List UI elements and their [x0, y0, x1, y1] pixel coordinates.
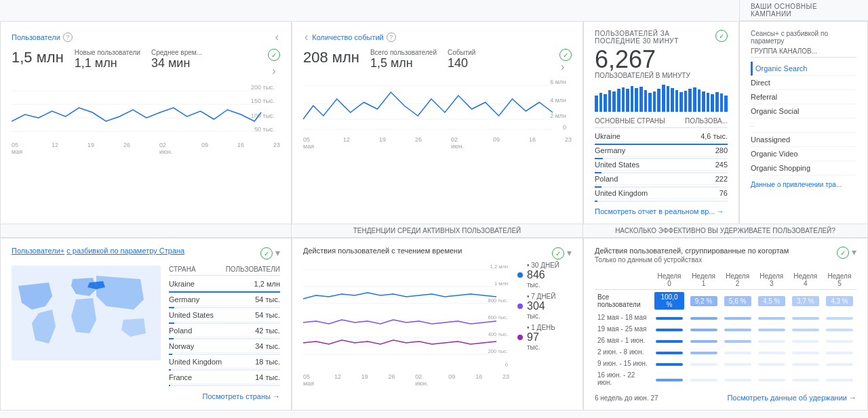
- total-users-item: Всего пользователей 1,5 млн: [370, 49, 437, 71]
- svg-text:1,2 млн: 1,2 млн: [490, 264, 509, 270]
- channel-organic-social[interactable]: Organic Social: [751, 104, 856, 119]
- cohort-row3-label: 26 мая - 1 июн.: [595, 335, 652, 346]
- svg-text:600 тыс.: 600 тыс.: [488, 314, 508, 320]
- legend-7-days: • 7 ДНЕЙ 304 тыс.: [517, 293, 572, 320]
- svg-text:800 тыс.: 800 тыс.: [488, 297, 508, 304]
- map-title-suffix: с разбивкой по параметру: [66, 247, 159, 255]
- view-retention-link[interactable]: Посмотреть данные об удержании →: [727, 394, 856, 402]
- country-value: 245: [715, 161, 728, 169]
- map-title-prefix: Пользователи+: [12, 247, 64, 255]
- cohort-row-1: 12 мая - 18 мая: [595, 312, 856, 323]
- active-check-icon: ✓: [715, 30, 728, 42]
- country-name: Poland: [595, 175, 618, 183]
- events-chart-dates: 05мая12192602июн.091623: [303, 136, 572, 150]
- cohort-row-6: 16 июн. - 22 июн.: [595, 369, 856, 388]
- realtime-report-link[interactable]: Посмотреть отчет в реальном вр... →: [595, 207, 728, 215]
- trends-check-icon: ✓: [552, 247, 564, 259]
- trends-card: Действия пользователей с течением времен…: [292, 238, 583, 411]
- events-per-label: Событий: [448, 49, 475, 56]
- trends-legend: • 30 ДНЕЙ 846 тыс. • 7 ДНЕЙ 304 тыс.: [517, 262, 572, 387]
- active-label: ПОЛЬЗОВАТЕЛЕЙ В МИНУТУ: [595, 72, 728, 79]
- svg-text:400 тыс.: 400 тыс.: [488, 331, 508, 337]
- cohort-all-w1: 9,2 %: [687, 290, 721, 312]
- cohort-header-week5: Неделя 5: [823, 270, 856, 290]
- channel-referral[interactable]: Referral: [751, 90, 856, 104]
- map-country-header: СТРАНА: [169, 266, 196, 273]
- users-title[interactable]: Пользователи: [12, 33, 60, 41]
- cohort-row-3: 26 мая - 1 июн.: [595, 335, 856, 346]
- map-row-germany: Germany54 тыс.: [169, 293, 280, 306]
- map-row-ukraine: Ukraine1,2 млн: [169, 278, 280, 291]
- channel-organic-search[interactable]: Organic Search: [751, 62, 856, 76]
- new-users-value: 1,1 млн: [75, 56, 140, 71]
- cohort-title: Действия пользователей, сгруппированные …: [595, 247, 789, 255]
- country-value: 76: [719, 189, 728, 197]
- active-title: ПОЛЬЗОВАТЕЛЕЙ ЗА ПОСЛЕДНИЕ 30 МИНУТ: [595, 30, 703, 45]
- next-metric-arrow[interactable]: ›: [271, 64, 277, 79]
- active-users-card: ПОЛЬЗОВАТЕЛЕЙ ЗА ПОСЛЕДНИЕ 30 МИНУТ ✓ 6,…: [583, 21, 739, 224]
- cohort-header-week2: Неделя 2: [721, 270, 755, 290]
- channel-unassigned[interactable]: Unassigned: [751, 133, 856, 147]
- events-next-arrow[interactable]: ›: [559, 60, 566, 74]
- new-users-item: Новые пользователи 1,1 млн: [75, 49, 140, 71]
- cohort-subtitle: Только по данным об устройствах: [595, 256, 789, 264]
- trends-settings-icon[interactable]: ▾: [567, 247, 572, 259]
- events-value-item: 208 млн: [303, 49, 359, 66]
- cohort-row5-label: 9 июн. - 15 июн.: [595, 358, 652, 369]
- cohort-row1-label: 12 мая - 18 мая: [595, 312, 652, 323]
- users-chart: 200 тыс. 150 тыс. 100 тыс. 50 тыс. 05мая…: [12, 84, 280, 155]
- channel-sep: -: [751, 119, 856, 133]
- country-value: 4,6 тыс.: [701, 132, 728, 140]
- channel-header: ГРУППА КАНАЛОВ...: [751, 47, 856, 58]
- country-row-uk: United Kingdom 76: [595, 188, 728, 199]
- svg-text:4 млн: 4 млн: [550, 97, 566, 104]
- svg-text:0: 0: [505, 362, 509, 368]
- cohort-header-week0: Неделя 0: [652, 270, 686, 290]
- events-per-item: Событий 140: [448, 49, 475, 71]
- countries-col-label: ОСНОВНЫЕ СТРАНЫ: [595, 117, 665, 125]
- trends-dates: 05мая12192602июн.091623: [303, 373, 509, 387]
- total-users-value: 1,5 млн: [370, 56, 437, 71]
- cohort-settings-icon[interactable]: ▾: [852, 247, 856, 259]
- users-check-icon: ✓: [268, 49, 280, 61]
- active-count: 6,267: [595, 47, 728, 72]
- cohort-header-label: [595, 270, 652, 290]
- map-title-param[interactable]: Страна: [159, 247, 184, 255]
- events-prev-arrow[interactable]: ‹: [303, 30, 309, 45]
- map-row-uk: United Kingdom18 тыс.: [169, 356, 280, 369]
- events-info-icon[interactable]: ?: [387, 33, 396, 42]
- events-title[interactable]: Количество событий: [312, 33, 383, 41]
- cohort-row6-label: 16 июн. - 22 июн.: [595, 369, 652, 388]
- cohort-header-week3: Неделя 3: [755, 270, 789, 290]
- channel-organic-video[interactable]: Organic Video: [751, 147, 856, 161]
- map-container: СТРАНА ПОЛЬЗОВАТЕЛИ Ukraine1,2 млн Germa…: [12, 266, 280, 387]
- trends-subtitle: Действия пользователей с течением времен…: [303, 247, 462, 255]
- legend-1-day: • 1 ДЕНЬ 97 тыс.: [517, 324, 572, 351]
- trends-section-header: ТЕНДЕНЦИИ СРЕДИ АКТИВНЫХ ПОЛЬЗОВАТЕЛЕЙ: [292, 224, 583, 238]
- country-name: United States: [595, 161, 639, 169]
- map-card: Пользователи+ с разбивкой по параметру С…: [0, 238, 292, 411]
- users-value: 1,5 млн: [12, 49, 64, 66]
- map-row-us: United States54 тыс.: [169, 309, 280, 322]
- country-name: Germany: [595, 146, 625, 154]
- cohort-all-label: Все пользователи: [595, 290, 652, 312]
- events-chart: 6 млн 4 млн 2 млн 0 05мая12192602июн.091…: [303, 79, 572, 150]
- cohort-header-week1: Неделя 1: [687, 270, 721, 290]
- svg-text:1 млн: 1 млн: [494, 280, 508, 287]
- cohort-section-header: НАСКОЛЬКО ЭФФЕКТИВНО ВЫ УДЕРЖИВАЕТЕ ПОЛЬ…: [583, 224, 868, 238]
- country-name: Ukraine: [595, 132, 620, 140]
- country-row-poland: Poland 222: [595, 173, 728, 185]
- map-title: Пользователи+ с разбивкой по параметру С…: [12, 247, 184, 255]
- map-settings-icon[interactable]: ▾: [275, 247, 280, 259]
- campaigns-link[interactable]: Данные о привлечении тра...: [751, 181, 856, 188]
- channel-direct[interactable]: Direct: [751, 76, 856, 90]
- users-info-icon[interactable]: ?: [63, 33, 73, 42]
- users-col-label: ПОЛЬЗОВА...: [685, 117, 728, 125]
- map-row-norway: Norway34 тыс.: [169, 340, 280, 353]
- avg-time-label: Среднее врем...: [151, 49, 202, 56]
- map-users-header: ПОЛЬЗОВАТЕЛИ: [226, 266, 280, 273]
- view-countries-link[interactable]: Посмотреть страны →: [12, 392, 280, 400]
- users-chart-dates: 05мая12192602июн.091623: [12, 142, 280, 155]
- prev-metric-arrow[interactable]: ‹: [274, 30, 280, 45]
- channel-organic-shopping[interactable]: Organic Shopping: [751, 161, 856, 175]
